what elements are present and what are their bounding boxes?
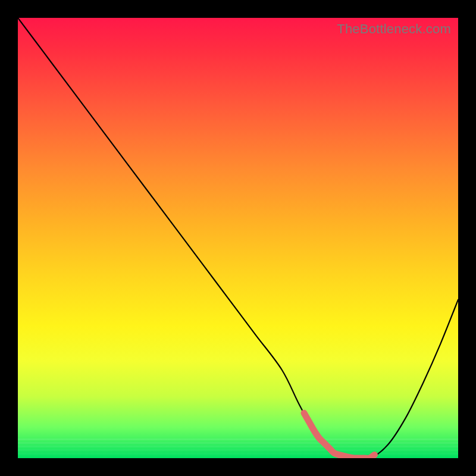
plot-area: TheBottleneck.com [18, 18, 458, 458]
chart-stage: TheBottleneck.com [0, 0, 476, 476]
curve-svg [18, 18, 458, 458]
highlight-segment [304, 413, 374, 458]
bottleneck-curve-path [18, 18, 458, 458]
